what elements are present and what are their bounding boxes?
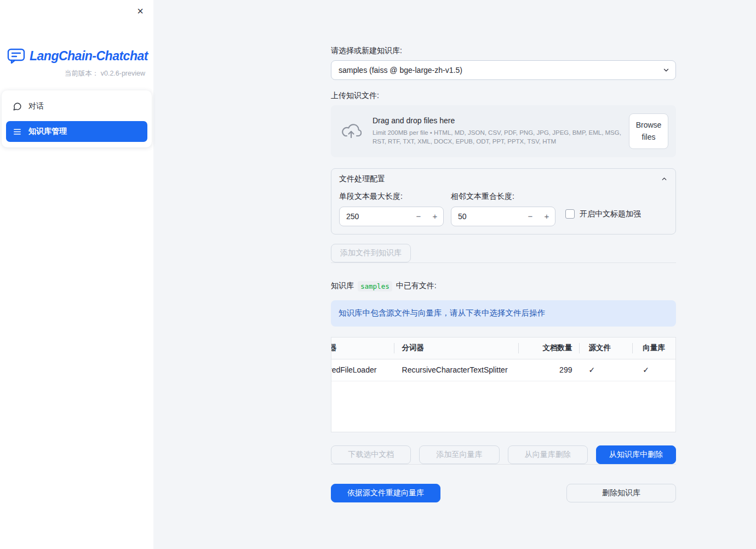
add-to-vectorstore-button[interactable]: 添加至向量库 [419,445,499,464]
logo-text: LangChain-Chatchat [30,49,148,64]
column-header-loader[interactable]: 器 [331,338,394,359]
cell-splitter: RecursiveCharacterTextSplitter [394,359,519,381]
logo-chat-icon [7,48,25,64]
download-selected-button[interactable]: 下载选中文档 [331,445,411,464]
max-length-input[interactable]: 250 − + [339,207,444,226]
max-length-label: 单段文本最大长度: [339,192,444,202]
chevron-down-icon [662,66,670,74]
column-header-source[interactable]: 源文件 [580,338,633,359]
cell-source-check: ✓ [580,359,633,381]
overlap-input[interactable]: 50 − + [451,207,555,226]
divider [331,464,676,465]
max-length-field: 单段文本最大长度: 250 − + [339,192,444,226]
upload-label: 上传知识文件: [331,91,676,101]
cell-doc-count: 299 [519,359,580,381]
expander-title: 文件处理配置 [339,174,385,184]
file-config-expander: 文件处理配置 单段文本最大长度: 250 − + [331,168,676,235]
sidebar-menu: 对话 知识库管理 [2,90,152,147]
overlap-value: 50 [451,212,522,221]
kb-select-value: samples (faiss @ bge-large-zh-v1.5) [339,66,462,75]
overlap-field: 相邻文本重合长度: 50 − + [451,192,555,226]
delete-from-vectorstore-button[interactable]: 从向量库删除 [508,445,588,464]
main-area: 请选择或新建知识库: samples (faiss @ bge-large-zh… [153,0,756,549]
info-banner: 知识库中包含源文件与向量库，请从下表中选择文件后操作 [331,300,676,327]
chevron-up-icon [661,175,668,182]
cell-loader: redFileLoader [331,359,394,381]
cloud-upload-icon [339,123,364,139]
column-header-splitter[interactable]: 分词器 [394,338,519,359]
divider [331,262,676,263]
zh-title-enhance-checkbox[interactable]: 开启中文标题加强 [565,209,641,219]
column-header-vector[interactable]: 向量库 [633,338,675,359]
sidebar: × LangChain-Chatchat 当前版本： v0.2.6-previe… [0,0,153,549]
uploader-text: Drag and drop files here Limit 200MB per… [364,116,629,146]
browse-files-button[interactable]: Browse files [629,113,668,149]
uploader-title: Drag and drop files here [373,116,622,125]
existing-files-line: 知识库 samples 中已有文件: [331,281,676,291]
content-column: 请选择或新建知识库: samples (faiss @ bge-large-zh… [331,0,676,502]
kb-select-label: 请选择或新建知识库: [331,46,676,56]
uploader-limits: Limit 200MB per file • HTML, MD, JSON, C… [373,128,622,146]
add-files-to-kb-button[interactable]: 添加文件到知识库 [331,244,411,262]
rebuild-vectorstore-button[interactable]: 依据源文件重建向量库 [331,484,440,502]
expander-body: 单段文本最大长度: 250 − + 相邻文本重合长度: 50 − + [331,186,675,234]
chat-bubble-icon [13,102,22,111]
kb-files-table[interactable]: 器 分词器 文档数量 源文件 向量库 redFileLoader Recursi… [331,337,676,432]
overlap-label: 相邻文本重合长度: [451,192,555,202]
max-length-value: 250 [340,212,410,221]
info-banner-text: 知识库中包含源文件与向量库，请从下表中选择文件后操作 [339,308,545,318]
checkbox-box[interactable] [565,209,575,219]
table-row[interactable]: redFileLoader RecursiveCharacterTextSpli… [331,359,675,381]
sidebar-item-dialogue[interactable]: 对话 [6,96,147,117]
column-header-doc-count[interactable]: 文档数量 [519,338,580,359]
existing-files-prefix: 知识库 [331,281,354,291]
plus-stepper[interactable]: + [539,207,555,226]
table-action-buttons: 下载选中文档 添加至向量库 从向量库删除 从知识库中删除 [331,445,676,464]
app-logo: LangChain-Chatchat [0,0,153,64]
app-root: × LangChain-Chatchat 当前版本： v0.2.6-previe… [0,0,756,549]
expander-header[interactable]: 文件处理配置 [331,169,675,186]
sidebar-item-knowledge-base[interactable]: 知识库管理 [6,121,147,142]
delete-kb-button[interactable]: 删除知识库 [566,484,676,502]
checkbox-label: 开启中文标题加强 [580,209,641,219]
kb-select-dropdown[interactable]: samples (faiss @ bge-large-zh-v1.5) [331,60,676,80]
minus-stepper[interactable]: − [522,207,539,226]
table-header-row: 器 分词器 文档数量 源文件 向量库 [331,338,675,359]
minus-stepper[interactable]: − [410,207,427,226]
file-uploader-dropzone[interactable]: Drag and drop files here Limit 200MB per… [331,105,676,157]
version-text: 当前版本： v0.2.6-preview [0,64,153,78]
delete-from-kb-button[interactable]: 从知识库中删除 [596,445,676,464]
sidebar-item-label: 对话 [28,101,44,111]
cell-vector-check: ✓ [633,359,675,381]
existing-files-suffix: 中已有文件: [396,281,437,291]
sidebar-close-icon[interactable]: × [134,2,147,20]
list-icon [13,127,22,136]
kb-name-code: samples [358,281,392,291]
sidebar-item-label: 知识库管理 [28,127,67,136]
bottom-buttons: 依据源文件重建向量库 删除知识库 [331,484,676,502]
plus-stepper[interactable]: + [427,207,443,226]
